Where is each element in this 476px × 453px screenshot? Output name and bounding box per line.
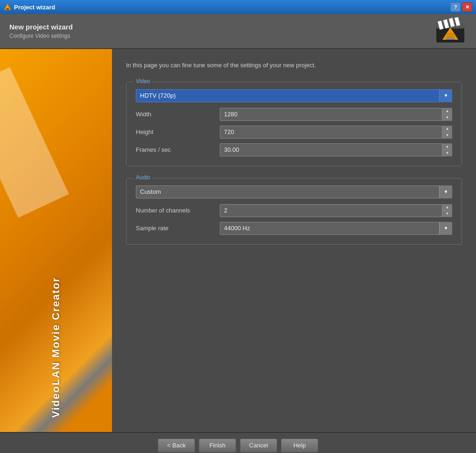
- width-label: Width: [136, 111, 220, 118]
- audio-section: Audio Custom ▼ Number of channels ▲ ▼: [126, 178, 462, 245]
- fps-row: Frames / sec ▲ ▼: [136, 143, 452, 156]
- height-input[interactable]: [220, 126, 452, 139]
- samplerate-label: Sample rate: [136, 225, 220, 232]
- channels-control: ▲ ▼: [220, 204, 452, 217]
- samplerate-container: 44000 Hz ▼: [220, 222, 452, 235]
- height-up-button[interactable]: ▲: [442, 126, 452, 133]
- channels-down-button[interactable]: ▼: [442, 211, 452, 217]
- audio-preset-row: Custom ▼: [136, 185, 452, 198]
- vlc-logo: [434, 17, 467, 45]
- height-label: Height: [136, 128, 220, 135]
- header-text: New project wizard Configure Video setti…: [9, 23, 73, 39]
- width-up-button[interactable]: ▲: [442, 108, 452, 115]
- width-spinner: ▲ ▼: [220, 108, 452, 121]
- cancel-button[interactable]: Cancel: [240, 439, 277, 453]
- window-title: Project wizard: [14, 4, 55, 11]
- fps-spinner-buttons: ▲ ▼: [442, 143, 452, 156]
- intro-text: In this page you can fine tune some of t…: [126, 61, 462, 70]
- title-bar-buttons: ? ✕: [450, 2, 472, 12]
- height-down-button[interactable]: ▼: [442, 132, 452, 139]
- height-row: Height ▲ ▼: [136, 126, 452, 139]
- fps-up-button[interactable]: ▲: [442, 143, 452, 150]
- finish-button[interactable]: Finish: [199, 439, 236, 453]
- samplerate-value[interactable]: 44000 Hz: [220, 222, 452, 235]
- back-button[interactable]: < Back: [158, 439, 195, 453]
- height-control: ▲ ▼: [220, 126, 452, 139]
- video-legend: Video: [133, 78, 152, 85]
- width-down-button[interactable]: ▼: [442, 114, 452, 121]
- audio-preset-value[interactable]: Custom: [136, 185, 452, 198]
- main-content: VideoLAN Movie Creator In this page you …: [0, 49, 476, 432]
- svg-rect-10: [446, 38, 455, 40]
- sidebar-label: VideoLAN Movie Creator: [50, 277, 62, 418]
- channels-spinner: ▲ ▼: [220, 204, 452, 217]
- channels-spinner-buttons: ▲ ▼: [442, 204, 452, 217]
- fps-down-button[interactable]: ▼: [442, 150, 452, 156]
- app-icon: [4, 3, 11, 11]
- title-bar-left: Project wizard: [4, 3, 55, 11]
- wizard-subtitle: Configure Video settings: [9, 33, 73, 39]
- height-spinner: ▲ ▼: [220, 126, 452, 139]
- samplerate-control: 44000 Hz ▼: [220, 222, 452, 235]
- help-button[interactable]: ?: [450, 2, 461, 12]
- content-area: In this page you can fine tune some of t…: [112, 49, 476, 432]
- fps-control: ▲ ▼: [220, 143, 452, 156]
- svg-rect-1: [6, 8, 9, 9]
- bottom-bar: < Back Finish Cancel Help: [0, 432, 476, 453]
- title-bar: Project wizard ? ✕: [0, 0, 476, 14]
- video-preset-row: HDTV (720p) ▼: [136, 89, 452, 102]
- width-spinner-buttons: ▲ ▼: [442, 108, 452, 121]
- channels-label: Number of channels: [136, 207, 220, 214]
- channels-up-button[interactable]: ▲: [442, 204, 452, 211]
- fps-input[interactable]: [220, 143, 452, 156]
- width-control: ▲ ▼: [220, 108, 452, 121]
- fps-label: Frames / sec: [136, 146, 220, 153]
- width-input[interactable]: [220, 108, 452, 121]
- close-button[interactable]: ✕: [462, 2, 472, 12]
- video-section: Video HDTV (720p) ▼ Width ▲ ▼: [126, 82, 462, 166]
- header-area: New project wizard Configure Video setti…: [0, 14, 476, 49]
- audio-preset-container: Custom ▼: [136, 185, 452, 198]
- samplerate-row: Sample rate 44000 Hz ▼: [136, 222, 452, 235]
- audio-legend: Audio: [133, 174, 153, 181]
- help-nav-button[interactable]: Help: [281, 439, 318, 453]
- video-preset-container: HDTV (720p) ▼: [136, 89, 452, 102]
- height-spinner-buttons: ▲ ▼: [442, 126, 452, 139]
- video-preset-value[interactable]: HDTV (720p): [136, 89, 452, 102]
- wizard-title: New project wizard: [9, 23, 73, 31]
- width-row: Width ▲ ▼: [136, 108, 452, 121]
- channels-row: Number of channels ▲ ▼: [136, 204, 452, 217]
- fps-spinner: ▲ ▼: [220, 143, 452, 156]
- channels-input[interactable]: [220, 204, 452, 217]
- sidebar: VideoLAN Movie Creator: [0, 49, 112, 432]
